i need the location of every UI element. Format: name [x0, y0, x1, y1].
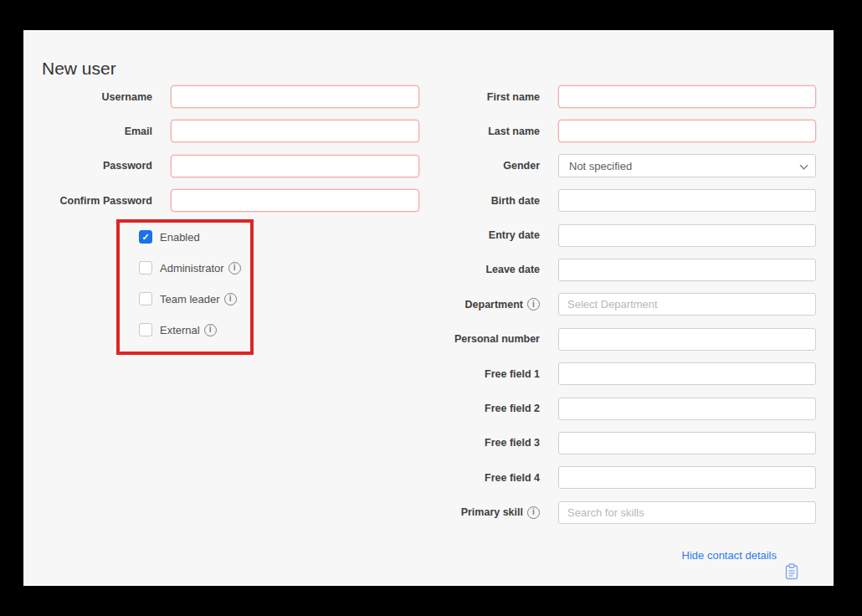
department-info-icon[interactable]: i	[527, 298, 540, 311]
form-row-gender: Gender Not specified	[429, 155, 816, 177]
free-field-1-input[interactable]	[558, 362, 816, 385]
gender-select[interactable]: Not specified	[558, 154, 816, 177]
personal-number-input[interactable]	[558, 328, 816, 351]
form-row-free-field-1: Free field 1	[429, 362, 816, 385]
password-input[interactable]	[171, 155, 419, 177]
free-field-3-label: Free field 3	[429, 437, 540, 449]
entry-date-input[interactable]	[558, 224, 816, 247]
footer-actions: Hide contact details	[682, 547, 799, 583]
birth-date-input[interactable]	[558, 189, 816, 212]
form-row-confirm-password: Confirm Password	[40, 189, 419, 212]
checkbox-row-team-leader: Team leader i	[139, 292, 250, 305]
personal-number-label: Personal number	[429, 333, 540, 345]
enabled-checkbox[interactable]: ✓	[139, 230, 152, 244]
team-leader-checkbox-label: Team leader	[160, 293, 220, 305]
form-row-free-field-4: Free field 4	[429, 466, 816, 489]
birth-date-label: Birth date	[429, 195, 540, 207]
email-input[interactable]	[171, 120, 419, 142]
department-label: Department i	[429, 298, 540, 311]
form-row-personal-number: Personal number	[429, 328, 816, 351]
primary-skill-label-text: Primary skill	[461, 506, 523, 518]
form-row-free-field-2: Free field 2	[429, 398, 816, 420]
first-name-input[interactable]	[558, 85, 816, 108]
clipboard-icon[interactable]	[784, 563, 799, 580]
primary-skill-label: Primary skill i	[429, 506, 540, 519]
primary-skill-info-icon[interactable]: i	[527, 506, 540, 519]
form-row-password: Password	[40, 155, 419, 177]
primary-skill-input[interactable]	[558, 501, 816, 524]
form-row-birth-date: Birth date	[429, 189, 816, 212]
administrator-checkbox-label: Administrator	[160, 262, 224, 275]
last-name-label: Last name	[429, 126, 540, 137]
external-info-icon[interactable]: i	[204, 324, 217, 336]
administrator-checkbox[interactable]	[139, 261, 152, 275]
free-field-3-input[interactable]	[558, 432, 816, 454]
first-name-label: First name	[429, 91, 540, 103]
entry-date-label: Entry date	[429, 229, 540, 241]
username-label: Username	[40, 91, 152, 103]
form-row-leave-date: Leave date	[429, 259, 816, 281]
new-user-card: New user Username Email Password Confirm…	[23, 30, 834, 586]
form-row-free-field-3: Free field 3	[429, 432, 816, 454]
form-row-primary-skill: Primary skill i	[429, 501, 816, 524]
gender-label: Gender	[429, 160, 540, 172]
password-label: Password	[40, 160, 152, 172]
form-row-first-name: First name	[429, 85, 816, 108]
checkbox-row-enabled: ✓ Enabled	[139, 230, 250, 244]
external-checkbox[interactable]	[139, 323, 152, 336]
external-checkbox-label: External	[160, 324, 200, 336]
annotation-highlight-box: ✓ Enabled Administrator i Team leader i …	[116, 219, 254, 355]
right-form-column: First name Last name Gender Not specifie…	[429, 85, 816, 536]
left-form-column: Username Email Password Confirm Password	[40, 85, 419, 224]
page-title: New user	[42, 59, 116, 79]
gender-select-wrap: Not specified	[558, 154, 816, 177]
department-label-text: Department	[465, 299, 523, 311]
confirm-password-input[interactable]	[171, 189, 419, 212]
free-field-2-input[interactable]	[558, 398, 816, 420]
leave-date-input[interactable]	[558, 259, 816, 281]
form-row-email: Email	[40, 120, 419, 142]
free-field-2-label: Free field 2	[429, 403, 540, 414]
team-leader-info-icon[interactable]: i	[224, 293, 237, 305]
hide-contact-details-link[interactable]: Hide contact details	[682, 549, 777, 562]
form-row-department: Department i	[429, 293, 816, 316]
form-row-entry-date: Entry date	[429, 224, 816, 247]
enabled-checkbox-label: Enabled	[160, 231, 200, 244]
checkbox-row-external: External i	[139, 323, 250, 336]
free-field-1-label: Free field 1	[429, 368, 540, 380]
free-field-4-label: Free field 4	[429, 472, 540, 484]
leave-date-label: Leave date	[429, 264, 540, 275]
form-row-last-name: Last name	[429, 120, 816, 142]
checkbox-row-administrator: Administrator i	[139, 261, 250, 275]
confirm-password-label: Confirm Password	[40, 195, 152, 207]
last-name-input[interactable]	[558, 120, 816, 142]
department-input[interactable]	[558, 293, 816, 316]
form-row-username: Username	[40, 85, 419, 108]
team-leader-checkbox[interactable]	[139, 292, 152, 305]
username-input[interactable]	[171, 85, 419, 108]
administrator-info-icon[interactable]: i	[228, 262, 241, 275]
email-label: Email	[40, 126, 152, 137]
free-field-4-input[interactable]	[558, 466, 816, 489]
